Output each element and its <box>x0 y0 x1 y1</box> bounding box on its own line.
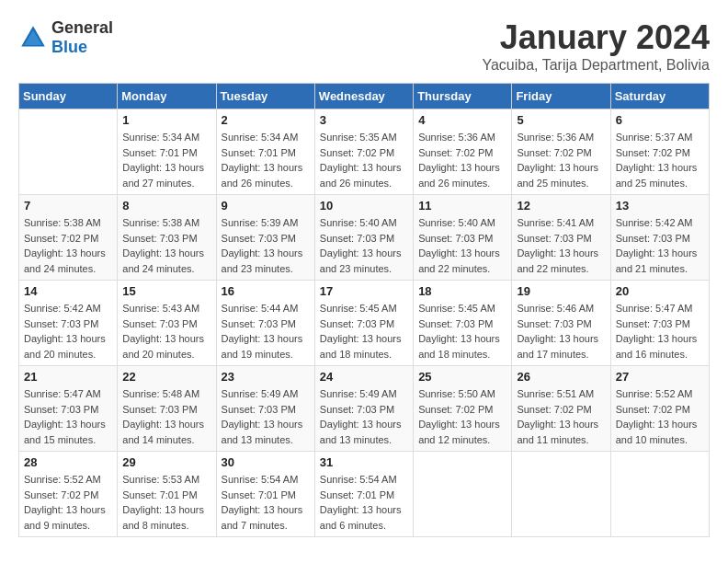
day-number: 25 <box>418 370 506 384</box>
logo-general: General <box>51 18 113 37</box>
day-info: Sunrise: 5:40 AMSunset: 7:03 PMDaylight:… <box>418 215 506 276</box>
title-block: January 2024 Yacuiba, Tarija Department,… <box>482 18 710 74</box>
day-info: Sunrise: 5:49 AMSunset: 7:03 PMDaylight:… <box>320 386 408 447</box>
calendar-cell: 25Sunrise: 5:50 AMSunset: 7:02 PMDayligh… <box>414 366 512 452</box>
calendar-cell: 23Sunrise: 5:49 AMSunset: 7:03 PMDayligh… <box>216 366 314 452</box>
day-number: 27 <box>616 370 704 384</box>
day-info: Sunrise: 5:48 AMSunset: 7:03 PMDaylight:… <box>122 386 210 447</box>
day-info: Sunrise: 5:36 AMSunset: 7:02 PMDaylight:… <box>517 130 605 190</box>
day-number: 4 <box>418 113 506 127</box>
calendar-cell: 6Sunrise: 5:37 AMSunset: 7:02 PMDaylight… <box>610 109 709 195</box>
location-subtitle: Yacuiba, Tarija Department, Bolivia <box>482 57 710 74</box>
month-title: January 2024 <box>482 18 710 57</box>
day-info: Sunrise: 5:34 AMSunset: 7:01 PMDaylight:… <box>122 130 210 190</box>
day-number: 6 <box>616 113 704 127</box>
weekday-header-wednesday: Wednesday <box>314 84 413 109</box>
day-info: Sunrise: 5:45 AMSunset: 7:03 PMDaylight:… <box>320 301 408 362</box>
week-row-4: 21Sunrise: 5:47 AMSunset: 7:03 PMDayligh… <box>19 366 710 452</box>
day-number: 1 <box>122 113 210 127</box>
day-info: Sunrise: 5:39 AMSunset: 7:03 PMDaylight:… <box>222 215 310 276</box>
calendar-cell: 9Sunrise: 5:39 AMSunset: 7:03 PMDaylight… <box>216 195 314 281</box>
day-number: 31 <box>320 455 408 469</box>
day-info: Sunrise: 5:49 AMSunset: 7:03 PMDaylight:… <box>222 386 310 447</box>
weekday-header-friday: Friday <box>512 84 610 109</box>
day-info: Sunrise: 5:42 AMSunset: 7:03 PMDaylight:… <box>24 301 112 362</box>
day-info: Sunrise: 5:53 AMSunset: 7:01 PMDaylight:… <box>122 472 210 533</box>
day-info: Sunrise: 5:47 AMSunset: 7:03 PMDaylight:… <box>616 301 704 362</box>
calendar-cell: 19Sunrise: 5:46 AMSunset: 7:03 PMDayligh… <box>512 281 610 366</box>
calendar-cell: 11Sunrise: 5:40 AMSunset: 7:03 PMDayligh… <box>414 195 512 281</box>
day-info: Sunrise: 5:54 AMSunset: 7:01 PMDaylight:… <box>222 472 310 533</box>
day-number: 15 <box>122 284 210 298</box>
calendar-cell: 17Sunrise: 5:45 AMSunset: 7:03 PMDayligh… <box>314 281 413 366</box>
day-number: 9 <box>222 199 310 213</box>
day-info: Sunrise: 5:52 AMSunset: 7:02 PMDaylight:… <box>24 472 112 533</box>
calendar-cell: 14Sunrise: 5:42 AMSunset: 7:03 PMDayligh… <box>19 281 118 366</box>
calendar-table: SundayMondayTuesdayWednesdayThursdayFrid… <box>18 83 710 537</box>
calendar-cell: 29Sunrise: 5:53 AMSunset: 7:01 PMDayligh… <box>118 452 216 537</box>
calendar-cell: 1Sunrise: 5:34 AMSunset: 7:01 PMDaylight… <box>118 109 216 195</box>
calendar-cell: 13Sunrise: 5:42 AMSunset: 7:03 PMDayligh… <box>610 195 709 281</box>
calendar-cell: 4Sunrise: 5:36 AMSunset: 7:02 PMDaylight… <box>414 109 512 195</box>
week-row-3: 14Sunrise: 5:42 AMSunset: 7:03 PMDayligh… <box>19 281 710 366</box>
calendar-cell: 8Sunrise: 5:38 AMSunset: 7:03 PMDaylight… <box>118 195 216 281</box>
day-number: 16 <box>222 284 310 298</box>
week-row-1: 1Sunrise: 5:34 AMSunset: 7:01 PMDaylight… <box>19 109 710 195</box>
calendar-cell: 30Sunrise: 5:54 AMSunset: 7:01 PMDayligh… <box>216 452 314 537</box>
calendar-cell: 20Sunrise: 5:47 AMSunset: 7:03 PMDayligh… <box>610 281 709 366</box>
day-number: 28 <box>24 455 112 469</box>
calendar-cell: 5Sunrise: 5:36 AMSunset: 7:02 PMDaylight… <box>512 109 610 195</box>
day-info: Sunrise: 5:54 AMSunset: 7:01 PMDaylight:… <box>320 472 408 533</box>
weekday-header-sunday: Sunday <box>19 84 118 109</box>
calendar-cell <box>512 452 610 537</box>
calendar-cell: 10Sunrise: 5:40 AMSunset: 7:03 PMDayligh… <box>314 195 413 281</box>
day-number: 8 <box>122 199 210 213</box>
calendar-cell <box>610 452 709 537</box>
day-info: Sunrise: 5:50 AMSunset: 7:02 PMDaylight:… <box>418 386 506 447</box>
day-info: Sunrise: 5:35 AMSunset: 7:02 PMDaylight:… <box>320 130 408 190</box>
calendar-cell: 15Sunrise: 5:43 AMSunset: 7:03 PMDayligh… <box>118 281 216 366</box>
day-info: Sunrise: 5:38 AMSunset: 7:02 PMDaylight:… <box>24 215 112 276</box>
day-number: 13 <box>616 199 704 213</box>
calendar-cell: 26Sunrise: 5:51 AMSunset: 7:02 PMDayligh… <box>512 366 610 452</box>
calendar-cell: 21Sunrise: 5:47 AMSunset: 7:03 PMDayligh… <box>19 366 118 452</box>
day-info: Sunrise: 5:46 AMSunset: 7:03 PMDaylight:… <box>517 301 605 362</box>
day-info: Sunrise: 5:52 AMSunset: 7:02 PMDaylight:… <box>616 386 704 447</box>
day-info: Sunrise: 5:40 AMSunset: 7:03 PMDaylight:… <box>320 215 408 276</box>
day-number: 2 <box>222 113 310 127</box>
day-number: 19 <box>517 284 605 298</box>
day-info: Sunrise: 5:45 AMSunset: 7:03 PMDaylight:… <box>418 301 506 362</box>
calendar-cell: 12Sunrise: 5:41 AMSunset: 7:03 PMDayligh… <box>512 195 610 281</box>
day-info: Sunrise: 5:41 AMSunset: 7:03 PMDaylight:… <box>517 215 605 276</box>
day-info: Sunrise: 5:51 AMSunset: 7:02 PMDaylight:… <box>517 386 605 447</box>
day-number: 22 <box>122 370 210 384</box>
calendar-cell: 3Sunrise: 5:35 AMSunset: 7:02 PMDaylight… <box>314 109 413 195</box>
day-number: 18 <box>418 284 506 298</box>
day-number: 17 <box>320 284 408 298</box>
calendar-cell <box>414 452 512 537</box>
day-number: 26 <box>517 370 605 384</box>
day-info: Sunrise: 5:43 AMSunset: 7:03 PMDaylight:… <box>122 301 210 362</box>
calendar-cell: 31Sunrise: 5:54 AMSunset: 7:01 PMDayligh… <box>314 452 413 537</box>
day-number: 29 <box>122 455 210 469</box>
day-number: 20 <box>616 284 704 298</box>
day-number: 14 <box>24 284 112 298</box>
calendar-cell: 7Sunrise: 5:38 AMSunset: 7:02 PMDaylight… <box>19 195 118 281</box>
day-number: 21 <box>24 370 112 384</box>
day-info: Sunrise: 5:38 AMSunset: 7:03 PMDaylight:… <box>122 215 210 276</box>
week-row-2: 7Sunrise: 5:38 AMSunset: 7:02 PMDaylight… <box>19 195 710 281</box>
day-info: Sunrise: 5:34 AMSunset: 7:01 PMDaylight:… <box>222 130 310 190</box>
day-number: 7 <box>24 199 112 213</box>
logo: General Blue <box>18 18 113 57</box>
day-info: Sunrise: 5:42 AMSunset: 7:03 PMDaylight:… <box>616 215 704 276</box>
page-header: General Blue January 2024 Yacuiba, Tarij… <box>18 18 710 74</box>
day-number: 12 <box>517 199 605 213</box>
day-info: Sunrise: 5:36 AMSunset: 7:02 PMDaylight:… <box>418 130 506 190</box>
day-number: 11 <box>418 199 506 213</box>
calendar-cell: 16Sunrise: 5:44 AMSunset: 7:03 PMDayligh… <box>216 281 314 366</box>
calendar-cell: 24Sunrise: 5:49 AMSunset: 7:03 PMDayligh… <box>314 366 413 452</box>
day-info: Sunrise: 5:37 AMSunset: 7:02 PMDaylight:… <box>616 130 704 190</box>
day-number: 30 <box>222 455 310 469</box>
day-number: 10 <box>320 199 408 213</box>
weekday-header-saturday: Saturday <box>610 84 709 109</box>
